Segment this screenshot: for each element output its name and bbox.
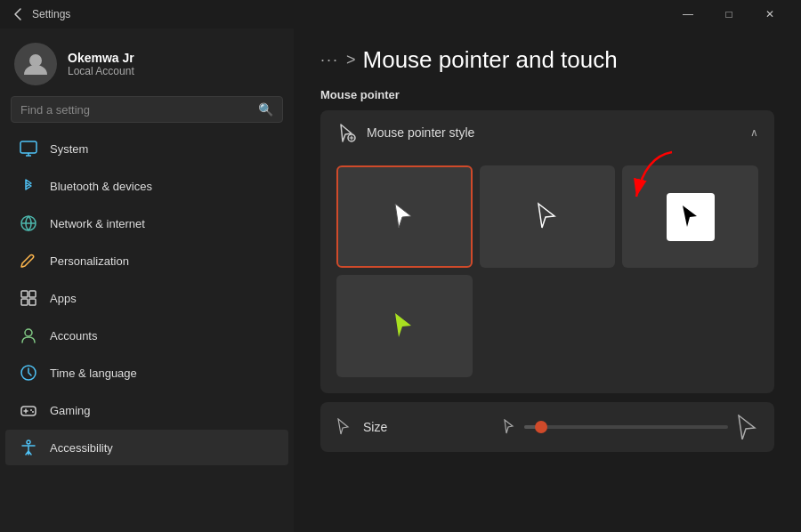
maximize-button[interactable]: □ bbox=[708, 0, 749, 28]
accounts-icon bbox=[20, 326, 37, 344]
window-controls: — □ ✕ bbox=[668, 0, 790, 28]
size-slider-small-icon bbox=[503, 419, 515, 435]
sidebar-item-network[interactable]: Network & internet bbox=[5, 206, 288, 241]
titlebar: Settings — □ ✕ bbox=[0, 0, 801, 28]
svg-point-15 bbox=[32, 411, 34, 413]
breadcrumb-sep: > bbox=[346, 51, 356, 69]
svg-rect-6 bbox=[29, 291, 36, 297]
size-slider-area bbox=[503, 415, 758, 439]
cursor-custom bbox=[392, 311, 417, 342]
pointer-option-white[interactable] bbox=[336, 165, 473, 268]
page-header: ··· > Mouse pointer and touch bbox=[320, 46, 774, 74]
sidebar-item-gaming[interactable]: Gaming bbox=[5, 392, 288, 428]
content-area: ··· > Mouse pointer and touch Mouse poin… bbox=[294, 28, 801, 532]
sidebar-label-apps: Apps bbox=[50, 292, 77, 305]
minimize-button[interactable]: — bbox=[668, 0, 708, 28]
sidebar-label-network: Network & internet bbox=[50, 217, 145, 230]
sidebar-item-system[interactable]: System bbox=[5, 131, 288, 166]
apps-icon bbox=[20, 289, 37, 307]
sidebar-label-time: Time & language bbox=[50, 367, 137, 380]
personalization-icon bbox=[20, 252, 37, 270]
user-profile: Okemwa Jr Local Account bbox=[0, 28, 294, 96]
sidebar-label-personalization: Personalization bbox=[50, 254, 129, 268]
sidebar-item-personalization[interactable]: Personalization bbox=[5, 243, 288, 278]
breadcrumb-dots[interactable]: ··· bbox=[320, 51, 339, 69]
svg-point-14 bbox=[30, 409, 32, 411]
accessibility-icon bbox=[20, 439, 37, 456]
pointer-option-outline[interactable] bbox=[480, 165, 616, 268]
pointer-style-card: Mouse pointer style ∧ bbox=[320, 110, 774, 393]
card-header-pointer-style[interactable]: Mouse pointer style ∧ bbox=[320, 110, 774, 155]
search-icon: 🔍 bbox=[258, 102, 273, 117]
svg-rect-1 bbox=[20, 141, 36, 153]
sidebar-label-system: System bbox=[50, 142, 88, 156]
chevron-up-icon[interactable]: ∧ bbox=[750, 126, 758, 139]
slider-thumb[interactable] bbox=[535, 421, 547, 433]
user-info: Okemwa Jr Local Account bbox=[68, 51, 134, 77]
svg-rect-5 bbox=[21, 291, 28, 297]
svg-point-16 bbox=[27, 440, 30, 444]
system-icon bbox=[20, 140, 37, 157]
network-icon bbox=[20, 214, 37, 232]
page-title: Mouse pointer and touch bbox=[363, 46, 618, 74]
user-type: Local Account bbox=[68, 65, 134, 77]
cursor-inverted bbox=[667, 193, 715, 241]
pointer-option-custom[interactable] bbox=[336, 275, 473, 377]
section-mouse-pointer: Mouse pointer bbox=[320, 88, 774, 101]
sidebar-item-accounts[interactable]: Accounts bbox=[5, 318, 288, 353]
size-card: Size bbox=[320, 402, 774, 452]
sidebar: Okemwa Jr Local Account 🔍 System bbox=[0, 28, 294, 532]
sidebar-label-accounts: Accounts bbox=[50, 329, 97, 343]
sidebar-item-bluetooth[interactable]: Bluetooth & devices bbox=[5, 168, 288, 204]
sidebar-item-apps[interactable]: Apps bbox=[5, 280, 288, 316]
pointer-option-inverted[interactable] bbox=[622, 165, 758, 268]
back-icon[interactable] bbox=[11, 7, 25, 21]
time-icon bbox=[20, 364, 37, 382]
close-button[interactable]: ✕ bbox=[749, 0, 790, 28]
size-slider[interactable] bbox=[524, 425, 728, 429]
avatar bbox=[14, 43, 57, 85]
main-layout: Okemwa Jr Local Account 🔍 System bbox=[0, 28, 801, 532]
titlebar-title: Settings bbox=[32, 8, 70, 20]
sidebar-label-gaming: Gaming bbox=[50, 404, 91, 417]
svg-rect-8 bbox=[29, 299, 36, 305]
pointer-style-title: Mouse pointer style bbox=[367, 125, 474, 140]
pointer-options-grid bbox=[320, 155, 774, 393]
user-name: Okemwa Jr bbox=[68, 51, 134, 65]
sidebar-item-time[interactable]: Time & language bbox=[5, 355, 288, 391]
size-label: Size bbox=[363, 420, 490, 434]
sidebar-item-accessibility[interactable]: Accessibility bbox=[5, 430, 288, 465]
bluetooth-icon bbox=[20, 177, 37, 195]
sidebar-label-bluetooth: Bluetooth & devices bbox=[50, 180, 152, 193]
svg-point-9 bbox=[25, 329, 32, 336]
size-slider-large-icon bbox=[737, 415, 758, 439]
pointer-style-icon bbox=[336, 123, 356, 142]
gaming-icon bbox=[20, 401, 37, 419]
sidebar-label-accessibility: Accessibility bbox=[50, 441, 113, 455]
cursor-white bbox=[392, 202, 417, 232]
size-small-cursor-icon bbox=[336, 418, 351, 436]
search-input[interactable] bbox=[20, 103, 251, 117]
svg-point-0 bbox=[29, 54, 42, 67]
cursor-outline bbox=[535, 202, 560, 232]
search-bar[interactable]: 🔍 bbox=[11, 96, 283, 123]
svg-rect-7 bbox=[21, 299, 28, 305]
